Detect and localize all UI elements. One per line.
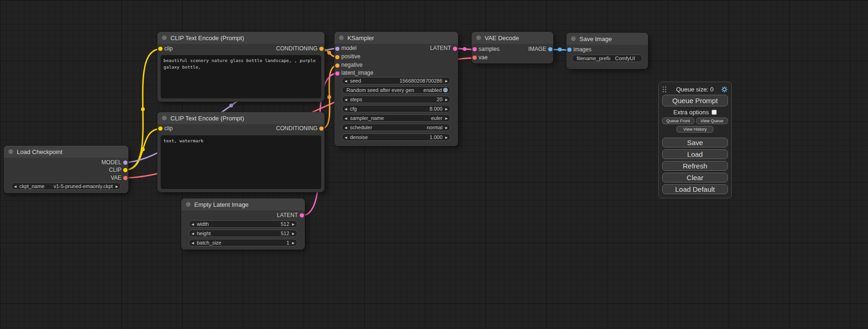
load-default-button[interactable]: Load Default (662, 184, 728, 194)
output-dot-conditioning[interactable] (319, 47, 324, 51)
queue-size-label: Queue size: 0 (669, 86, 721, 93)
increment-arrow-icon[interactable]: ▶ (445, 117, 448, 120)
collapse-dot-icon[interactable] (476, 35, 481, 40)
node-title-bar[interactable]: CLIP Text Encode (Prompt) (157, 112, 325, 124)
collapse-dot-icon[interactable] (8, 149, 13, 154)
widget-denoise[interactable]: ◀ denoise 1.000 ▶ (342, 133, 451, 141)
collapse-dot-icon[interactable] (186, 202, 191, 207)
node-title-bar[interactable]: Load Checkpoint (4, 146, 128, 158)
widget-batch-size[interactable]: ◀ batch_size 1 ▶ (189, 239, 297, 246)
extra-options-label: Extra options (673, 109, 709, 116)
input-dot-images[interactable] (567, 48, 572, 52)
toggle-knob-icon[interactable] (443, 88, 448, 92)
extra-options-checkbox[interactable] (712, 110, 717, 115)
node-graph-canvas[interactable]: Load Checkpoint MODEL CLIP VAE ◀ ckpt_na… (0, 0, 868, 329)
node-vae-decode[interactable]: VAE Decode samples vae IMAGE (472, 32, 553, 63)
increment-arrow-icon[interactable]: ▶ (445, 79, 448, 83)
input-dot-samples[interactable] (473, 47, 477, 51)
decrement-arrow-icon[interactable]: ◀ (14, 185, 16, 188)
output-dot-latent[interactable] (453, 47, 457, 51)
input-dot-negative[interactable] (335, 63, 339, 68)
decrement-arrow-icon[interactable]: ◀ (345, 79, 347, 83)
input-dot-model[interactable] (335, 47, 339, 51)
wire-midpoint-dot (327, 95, 331, 99)
node-title-bar[interactable]: Save Image (566, 33, 648, 45)
widget-name: cfg (350, 106, 425, 112)
output-dot-clip[interactable] (123, 168, 127, 172)
load-button[interactable]: Load (662, 149, 728, 159)
input-dot-vae[interactable] (473, 56, 477, 60)
save-button[interactable]: Save (662, 138, 728, 147)
refresh-button[interactable]: Refresh (662, 161, 728, 171)
node-title: Load Checkpoint (17, 148, 63, 155)
input-dot-positive[interactable] (335, 55, 339, 59)
widget-height[interactable]: ◀ height 512 ▶ (189, 230, 297, 237)
positive-prompt-textarea[interactable]: beautiful scenery nature glass bottle la… (161, 55, 321, 98)
view-queue-button[interactable]: View Queue (696, 118, 728, 124)
node-clip-text-encode-positive[interactable]: CLIP Text Encode (Prompt) clip CONDITION… (157, 32, 325, 102)
increment-arrow-icon[interactable]: ▶ (292, 241, 295, 245)
input-dot-clip[interactable] (158, 126, 162, 131)
widget-steps[interactable]: ◀ steps 20 ▶ (342, 96, 451, 103)
node-title-bar[interactable]: VAE Decode (472, 32, 553, 44)
decrement-arrow-icon[interactable]: ◀ (191, 223, 194, 226)
output-label-conditioning: CONDITIONING (276, 45, 318, 52)
output-label-latent: LATENT (277, 212, 298, 218)
increment-arrow-icon[interactable]: ▶ (292, 232, 295, 235)
widget-value: normal (427, 125, 443, 130)
collapse-dot-icon[interactable] (162, 35, 167, 40)
negative-prompt-textarea[interactable]: text, watermark (161, 135, 321, 189)
increment-arrow-icon[interactable]: ▶ (445, 136, 448, 139)
widget-ckpt-name[interactable]: ◀ ckpt_name v1-5-pruned-emaonly.ckpt ▶ (11, 182, 121, 190)
node-title-bar[interactable]: CLIP Text Encode (Prompt) (157, 32, 325, 44)
collapse-dot-icon[interactable] (571, 36, 576, 41)
increment-arrow-icon[interactable]: ▶ (445, 126, 448, 129)
output-dot-image[interactable] (548, 47, 552, 51)
node-title-bar[interactable]: Empty Latent Image (181, 198, 305, 210)
increment-arrow-icon[interactable]: ▶ (116, 185, 118, 188)
decrement-arrow-icon[interactable]: ◀ (345, 117, 347, 120)
settings-gear-icon[interactable] (721, 86, 728, 93)
increment-arrow-icon[interactable]: ▶ (445, 98, 448, 101)
widget-name: width (197, 221, 276, 227)
increment-arrow-icon[interactable]: ▶ (445, 107, 448, 111)
output-dot-conditioning[interactable] (319, 126, 324, 131)
decrement-arrow-icon[interactable]: ◀ (345, 136, 347, 139)
output-dot-vae[interactable] (123, 176, 127, 180)
node-save-image[interactable]: Save Image images filename_prefix ComfyU… (566, 33, 648, 69)
widget-seed[interactable]: ◀ seed 156680208700286 ▶ (342, 77, 451, 84)
output-dot-latent[interactable] (300, 213, 304, 217)
widget-filename-prefix[interactable]: filename_prefix ComfyUI (572, 55, 642, 62)
node-clip-text-encode-negative[interactable]: CLIP Text Encode (Prompt) clip CONDITION… (157, 112, 325, 192)
decrement-arrow-icon[interactable]: ◀ (191, 232, 194, 235)
collapse-dot-icon[interactable] (339, 35, 344, 40)
decrement-arrow-icon[interactable]: ◀ (191, 241, 194, 245)
drag-handle-icon[interactable] (662, 86, 667, 92)
queue-prompt-button[interactable]: Queue Prompt (662, 95, 728, 106)
queue-front-button[interactable]: Queue Front (662, 118, 694, 124)
widget-scheduler[interactable]: ◀ scheduler normal ▶ (342, 124, 451, 131)
decrement-arrow-icon[interactable]: ◀ (345, 98, 347, 101)
decrement-arrow-icon[interactable]: ◀ (345, 107, 347, 111)
widget-random-seed-toggle[interactable]: Random seed after every gen enabled (342, 86, 451, 94)
input-dot-clip[interactable] (158, 47, 162, 51)
clear-button[interactable]: Clear (662, 173, 728, 182)
widget-value: 1 (286, 240, 289, 245)
widget-name: seed (350, 78, 395, 84)
node-title-bar[interactable]: KSampler (334, 32, 458, 44)
decrement-arrow-icon[interactable]: ◀ (345, 126, 347, 129)
increment-arrow-icon[interactable]: ▶ (292, 223, 295, 226)
collapse-dot-icon[interactable] (162, 116, 167, 120)
node-load-checkpoint[interactable]: Load Checkpoint MODEL CLIP VAE ◀ ckpt_na… (4, 146, 128, 193)
view-history-button[interactable]: View History (677, 126, 714, 133)
node-ksampler[interactable]: KSampler model positive negative latent_… (334, 32, 458, 146)
output-label-model: MODEL (101, 159, 121, 166)
output-dot-model[interactable] (123, 161, 127, 165)
node-empty-latent-image[interactable]: Empty Latent Image LATENT ◀ width 512 ▶ … (181, 198, 305, 250)
widget-value: 8.000 (430, 106, 443, 112)
widget-cfg[interactable]: ◀ cfg 8.000 ▶ (342, 105, 451, 112)
input-dot-latent-image[interactable] (335, 71, 339, 76)
widget-width[interactable]: ◀ width 512 ▶ (189, 220, 297, 228)
widget-name: batch_size (197, 240, 282, 245)
widget-sampler-name[interactable]: ◀ sampler_name euler ▶ (342, 114, 451, 122)
